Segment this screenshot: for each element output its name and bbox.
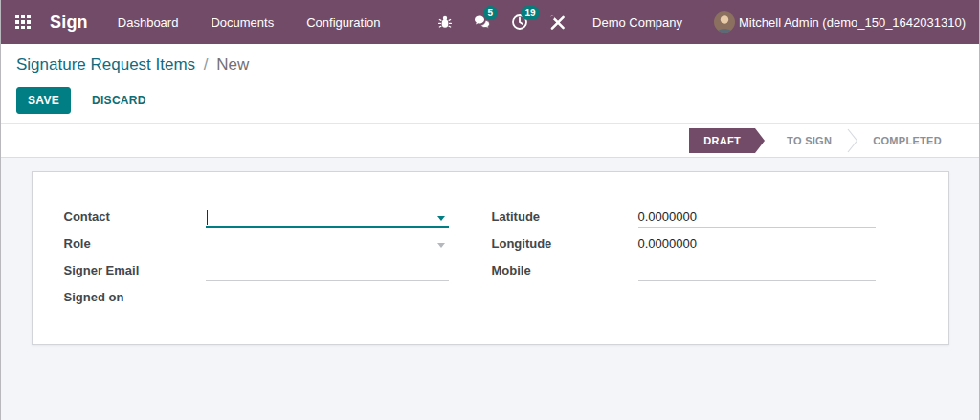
field-label-latitude: Latitude [492, 209, 638, 235]
user-avatar [714, 11, 735, 33]
tools-icon[interactable] [547, 12, 567, 32]
field-label-signed-on: Signed on [64, 289, 206, 316]
menu-dashboard[interactable]: Dashboard [118, 11, 179, 33]
text-cursor [207, 210, 208, 225]
top-navbar: Sign Dashboard Documents Configuration [1, 0, 979, 44]
save-button[interactable]: SAVE [16, 87, 71, 114]
control-panel: Signature Request Items / New SAVE DISCA… [1, 44, 979, 124]
menu-configuration[interactable]: Configuration [306, 11, 380, 33]
form-view: Contact Role Signer Email [1, 158, 979, 420]
field-label-mobile: Mobile [492, 262, 638, 289]
activities-badge: 19 [521, 6, 540, 20]
chevron-down-icon[interactable] [437, 216, 445, 221]
apps-menu-icon[interactable] [15, 15, 31, 30]
field-label-longitude: Longitude [492, 235, 638, 262]
role-field[interactable] [206, 235, 449, 254]
statusbar: DRAFT TO SIGN COMPLETED [689, 128, 954, 153]
main-menu: Dashboard Documents Configuration [118, 11, 381, 33]
breadcrumb-separator: / [204, 55, 209, 74]
user-name: Mitchell Admin (demo_150_1642031310) [739, 15, 966, 30]
latitude-field[interactable]: 0.0000000 [638, 209, 876, 228]
longitude-field[interactable]: 0.0000000 [638, 235, 876, 254]
stage-to-sign[interactable]: TO SIGN [774, 135, 844, 146]
breadcrumb: Signature Request Items / New [16, 55, 964, 75]
app-title[interactable]: Sign [50, 12, 88, 33]
field-label-signer-email: Signer Email [64, 262, 206, 289]
form-group-right: Latitude 0.0000000 Longitude 0.0000000 M… [492, 209, 876, 316]
stage-completed[interactable]: COMPLETED [860, 135, 954, 146]
status-band: DRAFT TO SIGN COMPLETED [1, 124, 979, 158]
form-group-left: Contact Role Signer Email [64, 209, 449, 316]
discard-button[interactable]: DISCARD [84, 88, 154, 113]
chevron-down-icon[interactable] [437, 243, 445, 248]
messages-icon[interactable]: 5 [473, 12, 492, 32]
form-sheet: Contact Role Signer Email [32, 171, 949, 345]
navbar-right: 5 19 Demo Company [435, 11, 966, 33]
control-panel-buttons: SAVE DISCARD [16, 87, 964, 114]
activities-icon[interactable]: 19 [510, 12, 529, 32]
breadcrumb-parent[interactable]: Signature Request Items [16, 55, 195, 74]
bug-icon[interactable] [435, 12, 455, 32]
company-switcher[interactable]: Demo Company [592, 15, 682, 30]
messages-badge: 5 [483, 6, 498, 20]
field-label-role: Role [64, 235, 206, 262]
breadcrumb-current: New [216, 55, 249, 74]
app-window: Sign Dashboard Documents Configuration [0, 0, 980, 420]
contact-field[interactable] [206, 209, 449, 228]
user-menu[interactable]: Mitchell Admin (demo_150_1642031310) [714, 11, 966, 33]
chevron-right-icon [846, 128, 858, 153]
field-label-contact: Contact [64, 209, 206, 235]
stage-draft[interactable]: DRAFT [689, 128, 755, 153]
signer-email-field[interactable] [206, 262, 449, 281]
mobile-field[interactable] [638, 262, 876, 281]
signed-on-field[interactable] [206, 289, 449, 308]
menu-documents[interactable]: Documents [211, 11, 274, 33]
